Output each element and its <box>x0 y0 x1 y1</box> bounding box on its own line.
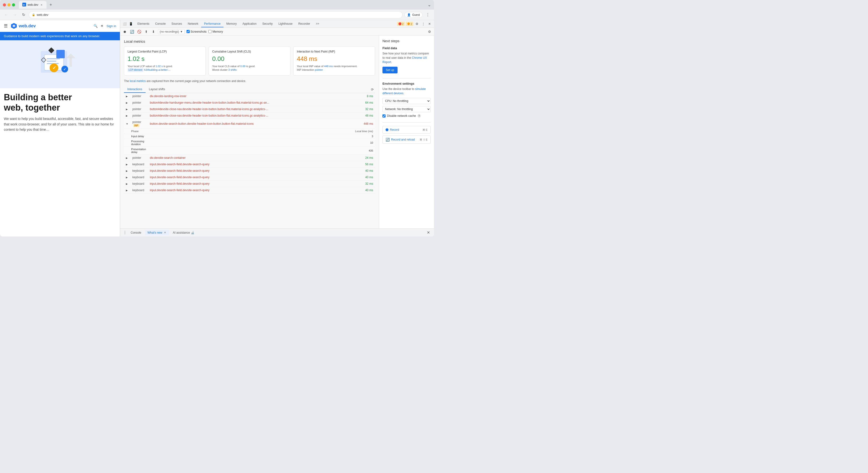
expand-arrow[interactable]: ▶ <box>124 174 130 181</box>
interaction-row[interactable]: ▶ pointer div.devsite-search-container 2… <box>124 155 375 161</box>
search-icon[interactable]: 🔍 <box>94 24 98 28</box>
expand-arrow[interactable]: ▶ <box>124 155 130 161</box>
new-tab-button[interactable]: + <box>48 1 54 8</box>
interaction-row[interactable]: ▶ keyboard input.devsite-search-field.de… <box>124 174 375 181</box>
forward-button[interactable]: → <box>11 11 18 18</box>
browser-more-button[interactable]: ⋮ <box>425 11 431 18</box>
expand-arrow[interactable]: ▶ <box>124 168 130 174</box>
record-reload-label: Record and reload <box>391 138 415 141</box>
interaction-row[interactable]: ▶ pointer button#devsite-hamburger-menu.… <box>124 99 375 106</box>
interaction-time: 40 ms <box>327 174 375 181</box>
tab-memory[interactable]: Memory <box>223 21 240 27</box>
tab-elements[interactable]: Elements <box>134 21 152 27</box>
layout-shifts-tab[interactable]: Layout shifts <box>146 86 168 93</box>
expand-arrow[interactable]: ▶ <box>124 181 130 187</box>
reload-record-button[interactable]: 🔄 <box>129 29 134 34</box>
expand-arrow[interactable]: ▶ <box>124 113 130 119</box>
devtools-settings-icon[interactable]: ⚙ <box>414 21 420 27</box>
expand-arrow[interactable]: ▶ <box>124 106 130 113</box>
devtools-device-icon[interactable]: 📱 <box>128 21 133 27</box>
expand-arrow[interactable]: ▼ <box>124 119 130 129</box>
record-reload-button[interactable]: 🔄 Record and reload ⌘ ⇧ E <box>382 136 431 144</box>
address-bar[interactable]: 🔒 web.dev <box>29 11 403 19</box>
tab-security[interactable]: Security <box>259 21 276 27</box>
devtools-inspect-icon[interactable]: ⬜ <box>122 21 127 27</box>
interaction-row[interactable]: ▶ keyboard input.devsite-search-field.de… <box>124 187 375 194</box>
disable-cache-checkbox[interactable] <box>382 114 385 118</box>
expand-arrow[interactable]: ▶ <box>124 99 130 106</box>
memory-checkbox[interactable] <box>208 30 212 33</box>
expand-arrow[interactable]: ▶ <box>124 93 130 99</box>
interaction-row[interactable]: ▶ pointer button#devsite-close-nav.devsi… <box>124 106 375 113</box>
clear-button[interactable]: 🚫 <box>136 29 142 34</box>
cpu-throttle-select[interactable]: CPU: No throttling <box>382 98 431 104</box>
cls-extra-link[interactable]: 3 shifts <box>228 68 237 71</box>
inp-value-link[interactable]: 448 ms <box>324 65 333 68</box>
record-button[interactable]: ⏺ <box>122 29 127 34</box>
lcp-element-link[interactable]: h3#building-a-better-... <box>144 68 171 71</box>
bottom-bar-close[interactable]: ✕ <box>425 230 431 236</box>
screenshots-checkbox[interactable] <box>187 30 190 33</box>
error-badge[interactable]: 🔴 2 <box>397 22 405 26</box>
expand-arrow[interactable]: ▶ <box>124 187 130 194</box>
interaction-row[interactable]: ▶ keyboard input.devsite-search-field.de… <box>124 161 375 168</box>
upload-button[interactable]: ⬆ <box>144 29 149 34</box>
tab-more[interactable]: >> <box>313 21 322 27</box>
interaction-row[interactable]: ▶ keyboard input.devsite-search-field.de… <box>124 181 375 187</box>
tab-strip-more[interactable]: ⌄ <box>428 2 431 7</box>
maximize-button[interactable] <box>12 3 15 6</box>
console-bottom-tab[interactable]: Console <box>128 230 144 235</box>
memory-checkbox-label[interactable]: Memory <box>208 30 223 33</box>
next-steps-sidebar: Next steps Field data See how your local… <box>379 35 434 228</box>
guest-profile-button[interactable]: 👤 Guest <box>404 12 423 18</box>
inp-name: Interaction to Next Paint (INP) <box>297 50 371 53</box>
reload-button[interactable]: ↻ <box>20 11 27 18</box>
svg-text:✓: ✓ <box>53 65 56 70</box>
tab-performance[interactable]: Performance <box>201 21 223 27</box>
refresh-interactions-button[interactable]: ⟳ <box>370 87 375 92</box>
tab-sources[interactable]: Sources <box>168 21 185 27</box>
local-metrics-link[interactable]: local metrics <box>130 79 146 83</box>
whats-new-bottom-tab[interactable]: What's new ✕ <box>145 230 169 235</box>
site-banner: Guidance to build modern web experiences… <box>0 32 120 40</box>
tab-lighthouse[interactable]: Lighthouse <box>276 21 296 27</box>
devtools-more-icon[interactable]: ⋮ <box>421 21 426 27</box>
tab-network[interactable]: Network <box>185 21 201 27</box>
lcp-value-link[interactable]: 1.02 s <box>156 65 163 68</box>
interaction-row-inp[interactable]: ▼ pointer INP button.devsite-search-butt… <box>124 119 375 129</box>
recordings-select[interactable]: (no recordings) ▼ <box>158 29 185 34</box>
theme-icon[interactable]: ☀ <box>100 24 103 28</box>
interaction-row[interactable]: ▶ keyboard input.devsite-search-field.de… <box>124 168 375 174</box>
performance-settings-button[interactable]: ⚙ <box>427 29 432 34</box>
network-throttle-select[interactable]: Network: No throttling <box>382 106 431 112</box>
screenshots-checkbox-label[interactable]: Screenshots <box>187 30 207 33</box>
tab-close-button[interactable]: ✕ <box>40 3 43 6</box>
tab-recorder[interactable]: Recorder <box>296 21 313 27</box>
ai-assistance-bottom-tab[interactable]: AI assistance 🔬 <box>170 230 197 235</box>
interaction-row[interactable]: ▶ pointer div.devsite-landing-row-inner … <box>124 93 375 99</box>
cls-value-link[interactable]: 0.00 <box>240 65 245 68</box>
interaction-row[interactable]: ▶ pointer button#devsite-close-nav.devsi… <box>124 113 375 119</box>
download-button[interactable]: ⬇ <box>151 29 156 34</box>
browser-tab[interactable]: w web.dev ✕ <box>19 1 46 9</box>
site-logo: web.dev <box>10 23 36 29</box>
devtools-close-icon[interactable]: ✕ <box>427 21 432 27</box>
warning-badge[interactable]: 🔶 2 <box>406 22 413 26</box>
bottom-bar-menu[interactable]: ⋮ <box>123 230 127 235</box>
close-button[interactable] <box>3 3 6 6</box>
network-throttle-row: Network: No throttling <box>382 106 431 112</box>
back-button[interactable]: ← <box>3 11 9 18</box>
tab-console[interactable]: Console <box>152 21 168 27</box>
interactions-tab[interactable]: Interactions <box>124 86 146 93</box>
minimize-button[interactable] <box>7 3 10 6</box>
inp-extra-link[interactable]: pointer <box>315 68 323 71</box>
setup-button[interactable]: Set up <box>382 67 398 73</box>
interactions-table: ▶ pointer div.devsite-landing-row-inner … <box>124 93 375 194</box>
hamburger-menu-button[interactable]: ☰ <box>4 23 8 29</box>
disable-cache-help-icon[interactable]: ? <box>417 114 421 118</box>
expand-arrow[interactable]: ▶ <box>124 161 130 168</box>
whats-new-close[interactable]: ✕ <box>163 231 167 234</box>
record-action-button[interactable]: Record ⌘ E <box>382 126 431 134</box>
tab-application[interactable]: Application <box>240 21 259 27</box>
sign-in-button[interactable]: Sign in <box>106 24 116 28</box>
